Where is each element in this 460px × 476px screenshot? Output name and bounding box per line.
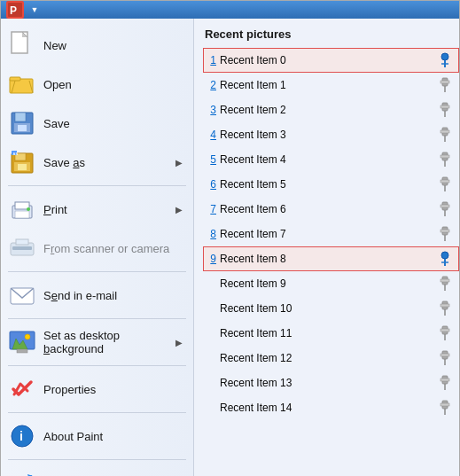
about-label: About Paint (43, 430, 183, 443)
properties-label: Properties (43, 383, 183, 396)
recent-item[interactable]: 7Recent Item 6 (203, 197, 459, 222)
recent-item-name: Recent Item 0 (220, 54, 435, 66)
recent-header: Recent pictures (203, 27, 459, 41)
save-as-label: Save as (43, 156, 175, 169)
recent-item[interactable]: 2Recent Item 1 (203, 73, 459, 98)
menu-item-about[interactable]: i About Paint (1, 417, 193, 456)
pin-icon[interactable] (435, 299, 455, 318)
svg-point-57 (441, 252, 448, 259)
recent-item-name: Recent Item 9 (220, 277, 435, 290)
divider-5 (8, 412, 186, 413)
divider-4 (8, 365, 186, 366)
left-menu: New Open (1, 19, 194, 476)
title-bar: P ▼ (1, 1, 459, 19)
recent-item-name: Recent Item 5 (220, 178, 435, 191)
recent-item-name: Recent Item 10 (220, 302, 435, 315)
recent-item-name: Recent Item 14 (220, 402, 435, 414)
recent-item[interactable]: 6Recent Item 5 (203, 172, 459, 197)
menu-container: New Open (1, 19, 459, 476)
recent-item-name: Recent Item 4 (220, 153, 435, 166)
menu-item-print[interactable]: Print ▶ (1, 190, 193, 229)
svg-rect-16 (18, 164, 27, 170)
menu-item-desktop-bg[interactable]: Set as desktop background ▶ (1, 323, 193, 362)
recent-item-number: 5 (204, 153, 216, 166)
recent-item-name: Recent Item 8 (220, 253, 435, 265)
recent-item[interactable]: 3Recent Item 2 (203, 98, 459, 122)
pin-icon[interactable] (435, 199, 455, 219)
recent-list[interactable]: 1Recent Item 0 2Recent Item 1 3Recent It… (203, 48, 459, 476)
divider-1 (8, 185, 186, 186)
right-panel: Recent pictures 1Recent Item 0 2Recent I… (194, 19, 459, 476)
menu-item-scanner[interactable]: From scanner or camera (1, 229, 193, 268)
print-label: Print (43, 203, 175, 216)
menu-item-exit[interactable]: Exit (1, 464, 193, 476)
pin-icon[interactable] (435, 51, 455, 70)
open-icon (8, 70, 36, 98)
open-label: Open (43, 78, 183, 91)
pin-icon[interactable] (435, 75, 455, 95)
svg-rect-10 (15, 113, 26, 121)
pin-icon[interactable] (435, 100, 455, 120)
menu-item-save-as[interactable]: AS Save as ▶ (1, 143, 193, 182)
pin-icon[interactable] (435, 249, 455, 269)
recent-item[interactable]: 4Recent Item 3 (203, 122, 459, 147)
recent-item-name: Recent Item 1 (220, 79, 435, 91)
pin-icon[interactable] (435, 373, 455, 393)
recent-item[interactable]: Recent Item 12 (203, 346, 459, 371)
svg-rect-40 (441, 105, 449, 108)
print-icon (8, 195, 36, 223)
svg-rect-61 (441, 279, 449, 282)
recent-item[interactable]: Recent Item 10 (203, 296, 459, 321)
recent-item-name: Recent Item 11 (220, 327, 435, 339)
menu-item-save[interactable]: Save (1, 104, 193, 143)
svg-rect-20 (15, 211, 29, 218)
new-label: New (43, 39, 183, 52)
desktop-bg-arrow: ▶ (175, 338, 183, 347)
svg-rect-37 (441, 81, 449, 83)
svg-rect-24 (16, 239, 28, 245)
pin-icon[interactable] (435, 224, 455, 244)
svg-rect-70 (441, 354, 449, 356)
divider-6 (8, 459, 186, 460)
recent-item-number: 9 (204, 253, 216, 265)
recent-item[interactable]: Recent Item 14 (203, 395, 459, 420)
svg-rect-55 (441, 230, 449, 232)
pin-icon[interactable] (435, 175, 455, 194)
title-dropdown[interactable]: ▼ (27, 3, 42, 17)
recent-item[interactable]: 1Recent Item 0 (203, 48, 459, 73)
menu-item-new[interactable]: New (1, 26, 193, 65)
pin-icon[interactable] (435, 398, 455, 417)
email-icon (8, 281, 36, 309)
recent-item-number: 2 (204, 79, 216, 91)
recent-item-name: Recent Item 13 (220, 377, 435, 389)
menu-item-open[interactable]: Open (1, 65, 193, 104)
recent-item[interactable]: 5Recent Item 4 (203, 147, 459, 172)
recent-item[interactable]: Recent Item 11 (203, 321, 459, 346)
properties-icon (8, 375, 36, 403)
recent-item[interactable]: 8Recent Item 7 (203, 222, 459, 246)
save-as-arrow: ▶ (175, 158, 183, 168)
svg-point-21 (27, 207, 30, 211)
svg-rect-43 (441, 130, 449, 133)
svg-text:i: i (19, 429, 23, 443)
recent-item-name: Recent Item 7 (220, 228, 435, 240)
svg-text:P: P (10, 4, 17, 17)
desktop-bg-label: Set as desktop background (43, 329, 175, 355)
pin-icon[interactable] (435, 348, 455, 368)
pin-icon[interactable] (435, 150, 455, 169)
svg-point-33 (441, 53, 448, 60)
recent-item[interactable]: Recent Item 9 (203, 271, 459, 296)
menu-item-email[interactable]: Send in e-mail (1, 276, 193, 315)
scanner-icon (8, 234, 36, 262)
menu-item-properties[interactable]: Properties (1, 370, 193, 409)
pin-icon[interactable] (435, 125, 455, 144)
recent-item[interactable]: 9Recent Item 8 (203, 246, 459, 271)
recent-item-name: Recent Item 2 (220, 104, 435, 116)
pin-icon[interactable] (435, 274, 455, 293)
svg-rect-12 (18, 125, 27, 131)
svg-rect-52 (441, 205, 449, 207)
svg-rect-46 (441, 155, 449, 158)
svg-rect-29 (17, 349, 27, 353)
pin-icon[interactable] (435, 324, 455, 343)
recent-item[interactable]: Recent Item 13 (203, 371, 459, 395)
